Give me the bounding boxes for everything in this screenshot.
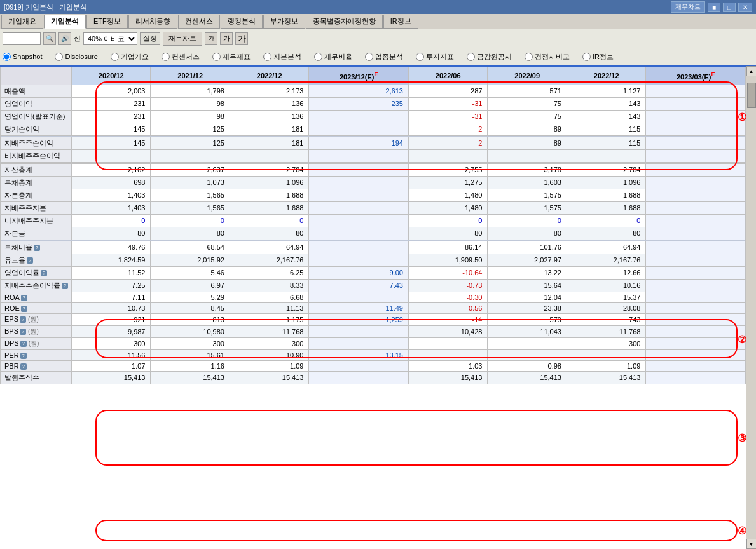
- data-cell-q202206: 15,413: [408, 371, 487, 384]
- radio-equity-analysis-label[interactable]: 지분분석: [273, 52, 301, 62]
- data-cell-y2023e: [309, 292, 409, 302]
- data-cell-y2020: 300: [72, 337, 151, 349]
- data-cell-y2022: 15,413: [230, 371, 308, 384]
- data-cell-q202303e: [646, 149, 746, 162]
- radio-financial-statement-label[interactable]: 재무제표: [223, 52, 251, 62]
- speaker-icon[interactable]: 🔊: [58, 32, 71, 45]
- radio-industry-analysis-input[interactable]: [365, 53, 373, 61]
- radio-equity-analysis-input[interactable]: [263, 53, 271, 61]
- table-row: 당기순이익145125181-289115: [1, 123, 746, 135]
- data-cell-q202206: 287: [408, 85, 487, 97]
- radio-consensus-label[interactable]: 컨센서스: [172, 52, 200, 62]
- radio-disclosure-input[interactable]: [55, 53, 63, 61]
- radio-financial-statement-input[interactable]: [212, 53, 221, 61]
- tab-company-overview[interactable]: 기업개요: [1, 15, 43, 29]
- table-row: ROE?10.738.4511.1311.49-0.5623.3828.08: [1, 302, 746, 313]
- radio-snapshot-input[interactable]: [3, 53, 11, 61]
- radio-financial-ratio-label[interactable]: 재무비율: [324, 52, 352, 62]
- row-label-cell: 비지배주주지분: [1, 214, 72, 227]
- data-cell-q202303e: [646, 176, 746, 189]
- data-cell-q202303e: [646, 337, 746, 349]
- data-cell-y2022: 1.09: [230, 360, 308, 371]
- scroll-down-btn[interactable]: ▼: [746, 539, 757, 549]
- fin-chart-btn[interactable]: 재무차트: [163, 32, 202, 46]
- zoom-select[interactable]: 40% 아바코: [83, 32, 137, 45]
- data-cell-y2023e: [309, 163, 409, 176]
- text-size-large-btn[interactable]: 가: [235, 32, 248, 45]
- data-cell-q202212: 11,768: [567, 325, 645, 337]
- radio-consensus-input[interactable]: [162, 53, 170, 61]
- radio-fss-disclosure-input[interactable]: [467, 53, 475, 61]
- tab-consensus[interactable]: 컨센서스: [178, 15, 220, 29]
- table-row: 영업이익(발표기준)23198136-3175143: [1, 110, 746, 123]
- radio-ir-info-input[interactable]: [582, 53, 591, 61]
- radio-disclosure-label[interactable]: Disclosure: [65, 53, 97, 60]
- radio-ir-info-label[interactable]: IR정보: [593, 52, 614, 62]
- radio-industry-analysis-label[interactable]: 업종분석: [375, 52, 403, 62]
- tab-rights-offering[interactable]: 종목별증자예정현황: [306, 15, 383, 29]
- data-cell-q202206: 1.03: [408, 360, 487, 371]
- data-cell-y2020: 1,824.59: [72, 254, 151, 266]
- radio-financial-ratio-input[interactable]: [314, 53, 322, 61]
- search-icon[interactable]: 🔍: [43, 32, 56, 45]
- row-label-cell: BPS? (원): [1, 325, 72, 337]
- maximize-btn[interactable]: □: [723, 3, 736, 12]
- table-row: BPS? (원)9,98710,98011,76810,42811,04311,…: [1, 325, 746, 337]
- tab-company-analysis[interactable]: 기업분석: [44, 15, 86, 29]
- radio-company-overview-input[interactable]: [111, 53, 119, 61]
- data-cell-q202209: 1,575: [488, 189, 567, 201]
- scroll-thumb[interactable]: [747, 83, 756, 108]
- data-cell-y2021: 98: [151, 97, 230, 110]
- financial-table: 2020/12 2021/12 2022/12 2023/12(E)E 2022…: [0, 66, 746, 384]
- data-cell-y2021: 2,015.92: [151, 254, 230, 266]
- radio-investment-index-label[interactable]: 투자지표: [426, 52, 454, 62]
- table-row: 영업이익23198136235-3175143: [1, 97, 746, 110]
- scroll-track[interactable]: [747, 76, 756, 539]
- data-cell-q202206: 1,480: [408, 201, 487, 214]
- radio-fss-disclosure-label[interactable]: 금감원공시: [477, 52, 512, 62]
- radio-industry-analysis: 업종분석: [365, 52, 403, 62]
- radio-competitor-input[interactable]: [525, 53, 533, 61]
- tab-ranking[interactable]: 랭킹분석: [221, 15, 263, 29]
- tab-research-trend[interactable]: 리서치동향: [128, 15, 177, 29]
- radio-company-overview-label[interactable]: 기업개요: [121, 52, 149, 62]
- table-row: PER?11.5615.6110.9013.15: [1, 349, 746, 360]
- data-cell-y2022: 136: [230, 97, 308, 110]
- close-btn[interactable]: ✕: [738, 3, 752, 12]
- data-cell-q202206: [408, 149, 487, 162]
- data-cell-y2021: 1,798: [151, 85, 230, 97]
- data-cell-y2020: 2,102: [72, 163, 151, 176]
- data-cell-q202303e: [646, 266, 746, 279]
- data-cell-q202209: 3,178: [488, 163, 567, 176]
- data-table-wrapper[interactable]: 2020/12 2021/12 2022/12 2023/12(E)E 2022…: [0, 66, 746, 549]
- data-cell-y2022: 2,784: [230, 163, 308, 176]
- data-cell-q202303e: [646, 313, 746, 325]
- stock-code-input[interactable]: 083930: [3, 32, 41, 45]
- tab-etf-info[interactable]: ETF정보: [86, 15, 128, 29]
- data-cell-q202212: 143: [567, 97, 645, 110]
- header-2022: 2022/12: [230, 67, 308, 85]
- minimize-btn[interactable]: ■: [708, 3, 720, 12]
- table-row: DPS? (원)300300300300: [1, 337, 746, 349]
- data-cell-q202303e: [646, 360, 746, 371]
- data-cell-q202212: 15.37: [567, 292, 645, 302]
- scroll-up-btn[interactable]: ▲: [746, 66, 757, 76]
- radio-investment-index-input[interactable]: [416, 53, 424, 61]
- row-label-cell: 비지배주주순이익: [1, 149, 72, 162]
- data-cell-q202303e: [646, 214, 746, 227]
- table-row: PBR?1.071.161.091.030.981.09: [1, 360, 746, 371]
- radio-snapshot-label[interactable]: Snapshot: [13, 53, 42, 60]
- vertical-scrollbar[interactable]: ▲ ▼: [746, 66, 756, 549]
- tab-additional-info[interactable]: 부가정보: [263, 15, 305, 29]
- data-cell-y2023e: [309, 110, 409, 123]
- radio-competitor-label[interactable]: 경쟁사비교: [535, 52, 570, 62]
- setting-btn[interactable]: 설정: [140, 32, 160, 45]
- text-size-medium-btn[interactable]: 가: [220, 32, 233, 45]
- table-row: 지배주주지분1,4031,5651,6881,4801,5751,688: [1, 201, 746, 214]
- row-label-cell: 자산총계: [1, 163, 72, 176]
- row-label-cell: 매출액: [1, 85, 72, 97]
- fin-chart-title-btn[interactable]: 재무차트: [671, 1, 705, 13]
- text-size-small-btn[interactable]: 가: [205, 32, 217, 45]
- data-cell-q202303e: [646, 227, 746, 240]
- tab-ir-info[interactable]: IR정보: [383, 15, 418, 29]
